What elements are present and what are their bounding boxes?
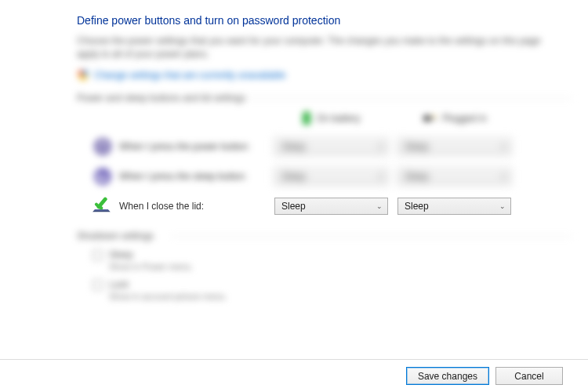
svg-rect-1	[303, 113, 310, 125]
column-on-battery: On battery	[274, 111, 388, 125]
cancel-button[interactable]: Cancel	[495, 367, 563, 385]
sleep-button-row-label: When I press the sleep button:	[93, 166, 265, 187]
checkbox-icon	[93, 250, 103, 260]
svg-rect-0	[304, 111, 309, 113]
chevron-down-icon: ⌄	[376, 202, 383, 210]
svg-rect-3	[430, 117, 436, 119]
svg-rect-7	[102, 140, 103, 146]
svg-point-8	[94, 168, 111, 185]
plug-icon	[422, 114, 437, 123]
shield-icon	[77, 69, 89, 82]
checkbox-icon	[93, 280, 103, 290]
power-button-battery-select[interactable]: Sleep ▾	[274, 138, 388, 155]
column-plugged-in: Plugged in	[397, 113, 511, 124]
page-title: Define power buttons and turn on passwor…	[77, 14, 557, 27]
close-lid-row-label: When I close the lid:	[93, 196, 265, 216]
shutdown-option-sleep[interactable]: Sleep Show in Power menu.	[93, 249, 557, 271]
power-button-plugged-select[interactable]: Sleep ▾	[397, 138, 511, 155]
sleep-button-battery-select[interactable]: Sleep ▾	[274, 168, 388, 185]
buttons-lid-section-label: Power and sleep buttons and lid settings	[77, 93, 557, 103]
power-button-row-label: When I press the power button:	[93, 136, 265, 157]
close-lid-battery-select[interactable]: Sleep ⌄	[274, 198, 388, 215]
column-on-battery-label: On battery	[316, 113, 360, 124]
chevron-down-icon: ▾	[379, 143, 383, 151]
footer-bar: Save changes Cancel	[0, 359, 588, 392]
chevron-down-icon: ⌄	[499, 202, 506, 210]
sleep-button-plugged-select[interactable]: Sleep ▾	[397, 168, 511, 185]
page-description: Choose the power settings that you want …	[77, 34, 557, 61]
save-changes-button[interactable]: Save changes	[406, 367, 489, 385]
power-button-icon	[93, 136, 113, 157]
chevron-down-icon: ▾	[502, 143, 506, 151]
svg-point-4	[433, 114, 435, 117]
shutdown-section-label: Shutdown settings	[77, 230, 557, 241]
chevron-down-icon: ▾	[502, 172, 506, 180]
change-settings-link[interactable]: Change settings that are currently unava…	[94, 70, 285, 81]
close-lid-plugged-select[interactable]: Sleep ⌄	[397, 198, 511, 215]
close-lid-label-text: When I close the lid:	[119, 201, 204, 212]
shutdown-option-lock[interactable]: Lock Show in account picture menu.	[93, 279, 557, 301]
battery-icon	[302, 111, 311, 125]
chevron-down-icon: ▾	[379, 172, 383, 180]
column-plugged-in-label: Plugged in	[442, 113, 487, 124]
laptop-lid-icon	[93, 196, 113, 216]
sleep-button-icon	[93, 166, 113, 187]
